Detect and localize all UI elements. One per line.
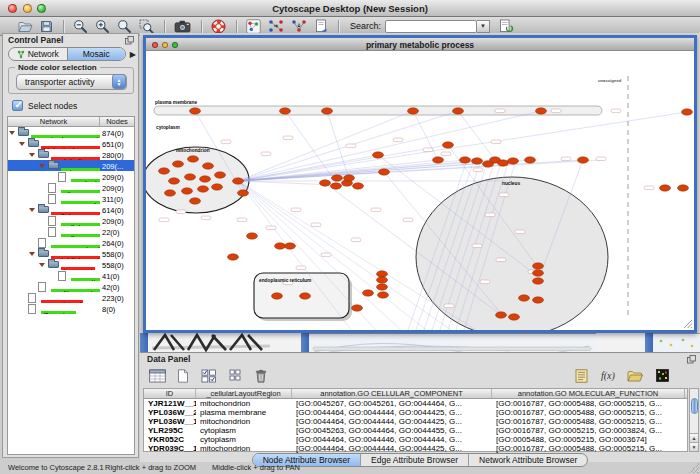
network-node[interactable] (498, 160, 509, 166)
scrollbar-thumb[interactable] (691, 398, 698, 414)
network-node[interactable] (443, 142, 454, 148)
network-node[interactable] (185, 174, 196, 180)
network-node[interactable] (363, 290, 374, 296)
table-row[interactable]: YLR295Ccytoplasm[GO:0045263, GO:0044464,… (144, 426, 687, 435)
tree-row[interactable]: nitrogen compo209(0) (8, 182, 134, 193)
network-node[interactable] (533, 278, 544, 284)
network-node[interactable] (203, 163, 214, 169)
network-node[interactable] (660, 185, 671, 191)
node-color-dropdown[interactable]: transporter activity ▲▼ (16, 74, 127, 90)
tree-expander-icon[interactable] (19, 142, 25, 146)
help-button[interactable] (211, 18, 226, 35)
network-node[interactable] (169, 178, 180, 184)
network-node[interactable] (272, 293, 283, 299)
search-input[interactable] (385, 20, 477, 33)
tree-expander-icon[interactable] (29, 252, 35, 256)
table-column-header[interactable]: annotation.GO CELLULAR_COMPONENT (292, 389, 492, 398)
snapshot-button[interactable] (174, 18, 191, 35)
network-node[interactable] (496, 312, 507, 318)
network-node[interactable] (238, 190, 249, 196)
network-node[interactable] (378, 292, 389, 298)
delete-attribute-button[interactable] (251, 366, 271, 385)
network-node[interactable] (533, 297, 544, 303)
network-node[interactable] (215, 172, 226, 178)
network-node[interactable] (247, 233, 258, 239)
attribute-table[interactable]: ID_cellularLayoutRegionannotation.GO CEL… (143, 388, 688, 452)
table-row[interactable]: YJR121W__1mitochondrion[GO:0045267, GO:0… (144, 399, 687, 408)
network-node[interactable] (212, 184, 223, 190)
network-node[interactable] (377, 277, 388, 283)
network-node[interactable] (460, 157, 471, 163)
network-node[interactable] (408, 108, 419, 114)
network-node[interactable] (533, 263, 544, 269)
network-node[interactable] (159, 168, 170, 174)
network-node[interactable] (228, 254, 239, 260)
new-attribute-button[interactable] (173, 366, 193, 385)
network-node[interactable] (165, 190, 176, 196)
annotation-button[interactable] (314, 18, 328, 35)
network-node[interactable] (533, 270, 544, 276)
table-row[interactable]: YPL036W__1mitochondrion[GO:0044464, GO:0… (144, 417, 687, 426)
network-node[interactable] (280, 108, 291, 114)
search-dropdown-button[interactable]: ▼ (477, 20, 490, 33)
float-panel-icon[interactable] (687, 355, 696, 364)
network-node[interactable] (377, 284, 388, 290)
tab-overflow-arrow-icon[interactable]: ▶ (130, 50, 136, 59)
network-node[interactable] (331, 183, 342, 189)
network-node[interactable] (509, 314, 520, 320)
tree-expander-icon[interactable] (39, 263, 45, 267)
network-view-window[interactable]: primary metabolic process (143, 35, 697, 333)
network-node[interactable] (536, 108, 547, 114)
zoom-selected-button[interactable] (139, 18, 154, 35)
network-node[interactable] (433, 157, 444, 163)
tree-row[interactable]: primary metabo209(... (8, 160, 134, 171)
tree-row[interactable]: cell communicat22(0) (8, 226, 134, 237)
tree-row[interactable]: Overview8(0) (8, 303, 134, 314)
network-node[interactable] (352, 305, 363, 311)
tree-row[interactable]: mosaic-demo-yeast874(0) (8, 127, 134, 138)
tree-row[interactable]: cellular metabo209(0) (8, 215, 134, 226)
tree-header-network[interactable]: Network (8, 117, 100, 126)
network-node[interactable] (190, 108, 201, 114)
network-window-titlebar[interactable]: primary metabolic process (146, 38, 694, 51)
tree-expander-icon[interactable] (39, 164, 45, 168)
network-node[interactable] (190, 198, 201, 204)
tree-row[interactable]: nucleobase-209(0) (8, 171, 134, 182)
resize-grip-icon[interactable] (684, 320, 692, 328)
table-column-header[interactable]: ID (144, 389, 196, 398)
save-session-button[interactable] (40, 18, 53, 35)
window-resize-grip[interactable] (689, 463, 699, 473)
network-node[interactable] (233, 178, 244, 184)
network-node[interactable] (320, 180, 331, 186)
network-canvas-svg[interactable]: plasma membrane cytoplasm mitochondrion … (146, 51, 694, 330)
select-nodes-checkbox[interactable] (12, 100, 23, 111)
layout-tool-b-button[interactable] (291, 18, 307, 35)
float-panel-icon[interactable] (125, 36, 134, 45)
tree-row[interactable]: transport558(0) (8, 259, 134, 270)
zoom-in-button[interactable] (95, 18, 110, 35)
network-node[interactable] (322, 108, 333, 114)
attribute-list-button[interactable] (571, 366, 591, 385)
network-node[interactable] (379, 169, 390, 175)
scroll-up-arrow[interactable]: ▲ (690, 433, 698, 442)
network-node[interactable] (285, 243, 296, 249)
tree-expander-icon[interactable] (29, 208, 35, 212)
network-node[interactable] (373, 152, 384, 158)
network-node[interactable] (332, 175, 343, 181)
tree-row[interactable]: metabolic process280(0) (8, 149, 134, 160)
table-column-header[interactable]: _cellularLayoutRegion (196, 389, 292, 398)
network-node[interactable] (472, 158, 483, 164)
function-builder-button[interactable]: f(x) (598, 366, 618, 385)
tree-expander-icon[interactable] (9, 131, 15, 135)
network-node[interactable] (525, 157, 536, 163)
network-overview-button[interactable] (246, 18, 261, 35)
table-column-header[interactable]: annotation.GO MOLECULAR_FUNCTION (492, 389, 685, 398)
scroll-down-arrow[interactable]: ▼ (690, 442, 698, 451)
network-node[interactable] (453, 108, 464, 114)
unselect-attributes-button[interactable] (225, 366, 245, 385)
network-node[interactable] (200, 176, 211, 182)
import-attributes-button[interactable] (499, 18, 514, 35)
zoom-out-button[interactable] (73, 18, 88, 35)
network-node[interactable] (300, 293, 311, 299)
network-node[interactable] (377, 271, 388, 277)
